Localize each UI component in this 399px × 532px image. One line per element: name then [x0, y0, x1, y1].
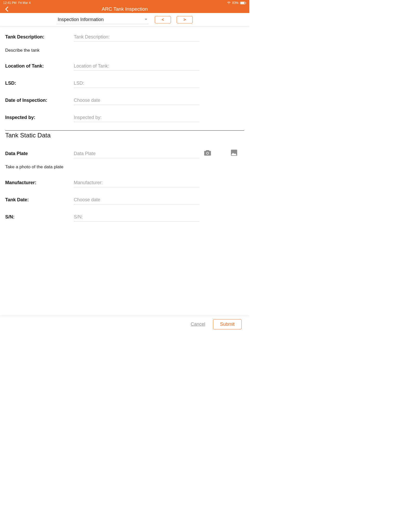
- svg-rect-2: [246, 2, 246, 3]
- tank-description-label: Tank Description:: [5, 33, 74, 40]
- manufacturer-label: Manufacturer:: [5, 178, 74, 185]
- cancel-button[interactable]: Cancel: [191, 322, 205, 327]
- page-title: ARC Tank Inspection: [102, 6, 148, 12]
- inspected-by-input[interactable]: [74, 113, 200, 122]
- tank-date-label: Tank Date:: [5, 196, 74, 203]
- inspection-date-input[interactable]: [74, 96, 200, 105]
- tank-description-input[interactable]: [74, 33, 200, 42]
- chevron-down-icon: [144, 18, 148, 21]
- svg-rect-1: [241, 2, 244, 4]
- battery-icon: [240, 2, 246, 4]
- sub-toolbar: Inspection Information < >: [0, 13, 249, 26]
- status-time-date: 12:41 PM Fri Mar 4: [3, 1, 31, 5]
- camera-icon[interactable]: [204, 149, 211, 156]
- inspected-by-label: Inspected by:: [5, 113, 74, 120]
- sn-label: S/N:: [5, 213, 74, 220]
- nav-bar: ARC Tank Inspection: [0, 5, 249, 13]
- status-bar: 12:41 PM Fri Mar 4 83%: [0, 0, 249, 5]
- next-section-button[interactable]: >: [177, 16, 193, 23]
- sn-input[interactable]: [74, 213, 200, 222]
- wifi-icon: [227, 2, 231, 4]
- section-heading-static-data: Tank Static Data: [5, 132, 244, 139]
- section-dropdown-label: Inspection Information: [58, 17, 104, 22]
- footer-bar: Cancel Submit: [0, 316, 249, 332]
- location-label: Location of Tank:: [5, 62, 74, 69]
- data-plate-input[interactable]: [74, 149, 200, 158]
- lsd-input[interactable]: [74, 79, 200, 88]
- lsd-label: LSD:: [5, 79, 74, 86]
- manufacturer-input[interactable]: [74, 178, 200, 187]
- section-dropdown[interactable]: Inspection Information: [57, 15, 149, 24]
- form-body[interactable]: Tank Description: Describe the tank Loca…: [0, 26, 249, 316]
- battery-percent: 83%: [232, 1, 238, 5]
- svg-point-4: [207, 152, 208, 154]
- data-plate-hint: Take a photo of the data plate: [5, 164, 244, 170]
- tank-date-input[interactable]: [74, 196, 200, 204]
- inspection-date-label: Date of Inspection:: [5, 96, 74, 103]
- submit-button[interactable]: Submit: [213, 319, 242, 329]
- back-button[interactable]: [5, 6, 8, 12]
- image-icon[interactable]: [231, 149, 237, 156]
- location-input[interactable]: [74, 62, 200, 71]
- tank-description-hint: Describe the tank: [5, 48, 244, 53]
- prev-section-button[interactable]: <: [155, 16, 171, 23]
- section-divider: [5, 130, 244, 131]
- data-plate-label: Data Plate: [5, 149, 74, 156]
